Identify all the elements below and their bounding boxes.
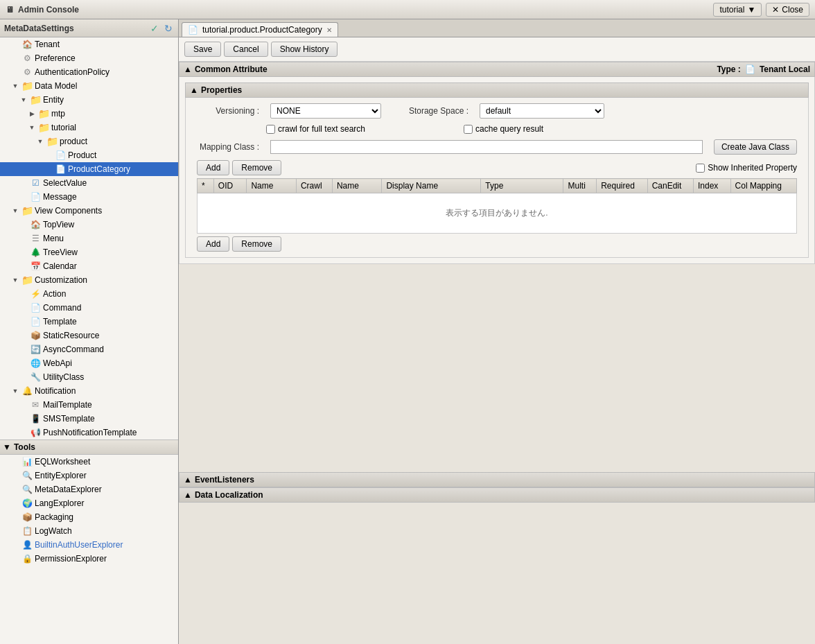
sidebar-item-log-watch[interactable]: 📋 LogWatch — [0, 524, 178, 538]
house-icon: 🏠 — [30, 219, 41, 230]
expand-arrow: ▶ — [28, 110, 36, 118]
add-button-2[interactable]: Add — [197, 236, 229, 252]
show-inherited-checkbox[interactable] — [696, 164, 705, 173]
sidebar-item-customization[interactable]: ▼ 📁 Customization — [0, 273, 178, 287]
sidebar-item-calendar[interactable]: 📅 Calendar — [0, 259, 178, 273]
cancel-button[interactable]: Cancel — [224, 42, 268, 57]
spacer — [19, 304, 28, 312]
spacer — [19, 415, 28, 423]
sidebar-item-entity[interactable]: ▼ 📁 Entity — [0, 93, 178, 107]
sidebar-item-top-view[interactable]: 🏠 TopView — [0, 218, 178, 232]
col-header-type: Type — [481, 179, 563, 193]
show-history-button[interactable]: Show History — [271, 42, 338, 57]
gear-icon: ⚙ — [21, 67, 33, 78]
sidebar-item-product-category[interactable]: 📄 ProductCategory — [0, 162, 178, 176]
sidebar-item-menu[interactable]: ☰ Menu — [0, 232, 178, 245]
sidebar-item-action[interactable]: ⚡ Action — [0, 287, 178, 301]
sidebar-item-mail-template[interactable]: ✉ MailTemplate — [0, 398, 178, 412]
sidebar-item-permission-explorer[interactable]: 🔒 PermissionExplorer — [0, 552, 178, 566]
sidebar-item-label: PushNotificationTemplate — [43, 428, 137, 437]
sidebar-item-mtp[interactable]: ▶ 📁 mtp — [0, 107, 178, 121]
sidebar-item-label: EntityExplorer — [35, 471, 87, 480]
sidebar-item-notification[interactable]: ▼ 🔔 Notification — [0, 384, 178, 398]
data-localization-header[interactable]: ▲ Data Localization — [179, 487, 815, 503]
sidebar-item-async-command[interactable]: 🔄 AsyncCommand — [0, 342, 178, 356]
sidebar-item-tenant[interactable]: 🏠 Tenant — [0, 37, 178, 51]
close-button[interactable]: ✕ Close — [766, 3, 809, 17]
remove-button-2[interactable]: Remove — [232, 236, 281, 252]
sidebar-item-template[interactable]: 📄 Template — [0, 315, 178, 329]
user-dropdown[interactable]: tutorial ▼ — [713, 3, 762, 17]
sidebar-item-packaging[interactable]: 📦 Packaging — [0, 510, 178, 524]
mapping-class-input[interactable] — [270, 140, 703, 154]
sidebar-item-utility-class[interactable]: 🔧 UtilityClass — [0, 370, 178, 384]
sidebar-item-lang-explorer[interactable]: 🌍 LangExplorer — [0, 496, 178, 510]
data-localization-title: Data Localization — [195, 490, 263, 500]
save-button[interactable]: Save — [184, 42, 221, 57]
spacer — [19, 359, 28, 367]
expand-arrow: ▼ — [11, 276, 19, 284]
sidebar-item-tree-view[interactable]: 🌲 TreeView — [0, 245, 178, 259]
col-header-oid: OID — [213, 179, 247, 193]
sidebar-item-tutorial[interactable]: ▼ 📁 tutorial — [0, 121, 178, 134]
sidebar-item-message[interactable]: 📄 Message — [0, 190, 178, 204]
sidebar-item-auth-policy[interactable]: ⚙ AuthenticationPolicy — [0, 65, 178, 79]
eql-icon: 📊 — [21, 456, 33, 467]
tools-items: 📊 EQLWorksheet 🔍 EntityExplorer 🔍 MetaDa… — [0, 455, 178, 566]
sidebar-item-static-resource[interactable]: 📦 StaticResource — [0, 329, 178, 342]
folder-icon: 📁 — [46, 136, 58, 147]
sidebar-item-label: product — [60, 137, 87, 146]
sidebar-item-label: Data Model — [35, 81, 77, 91]
sidebar-item-product[interactable]: 📄 Product — [0, 148, 178, 162]
sidebar-item-label: Product — [68, 150, 96, 160]
common-attribute-header[interactable]: ▲ Common Attribute Type : 📄 Tenant Local — [179, 62, 815, 77]
crawl-checkbox-label[interactable]: crawl for full text search — [266, 124, 365, 134]
tab-product-category[interactable]: 📄 tutorial.product.ProductCategory ✕ — [182, 22, 338, 37]
tools-section-header[interactable]: ▼ Tools — [0, 440, 178, 455]
sidebar-item-label: Preference — [35, 53, 76, 63]
accept-icon[interactable]: ✓ — [149, 23, 160, 34]
spacer — [44, 151, 53, 159]
sidebar-item-eql-worksheet[interactable]: 📊 EQLWorksheet — [0, 455, 178, 469]
sidebar-item-data-model[interactable]: ▼ 📁 Data Model — [0, 79, 178, 93]
show-inherited-label: Show Inherited Property — [708, 163, 797, 173]
tab-close-button[interactable]: ✕ — [326, 26, 332, 34]
sidebar-item-command[interactable]: 📄 Command — [0, 301, 178, 315]
create-java-class-button[interactable]: Create Java Class — [714, 139, 797, 155]
sidebar-item-view-components[interactable]: ▼ 📁 View Components — [0, 204, 178, 218]
sidebar-header: MetaDataSettings ✓ ↻ — [0, 19, 178, 37]
sidebar-item-builtin-auth[interactable]: 👤 BuiltinAuthUserExplorer — [0, 538, 178, 552]
storage-space-select[interactable]: default — [480, 103, 604, 119]
sidebar-item-entity-explorer[interactable]: 🔍 EntityExplorer — [0, 469, 178, 482]
remove-button[interactable]: Remove — [232, 160, 281, 175]
crawl-checkbox[interactable] — [266, 125, 275, 134]
versioning-select[interactable]: NONE NUMBER TIMESTAMP — [270, 103, 381, 119]
sidebar-item-select-value[interactable]: ☑ SelectValue — [0, 176, 178, 190]
close-label: Close — [782, 5, 803, 15]
action-icon: ⚡ — [30, 288, 41, 299]
sidebar-item-sms-template[interactable]: 📱 SMSTemplate — [0, 412, 178, 426]
app-title-icon: 🖥 — [6, 5, 14, 15]
event-listeners-title: EventListeners — [195, 475, 254, 485]
col-header-required: Required — [597, 179, 648, 193]
sidebar-item-label: StaticResource — [43, 331, 99, 340]
sidebar-item-web-api[interactable]: 🌐 WebApi — [0, 356, 178, 370]
sidebar-item-label: LogWatch — [35, 526, 72, 536]
folder-icon: 📁 — [38, 122, 49, 133]
add-button[interactable]: Add — [197, 160, 229, 175]
push-icon: 📢 — [30, 427, 41, 438]
cache-query-checkbox-label[interactable]: cache query result — [464, 124, 543, 134]
properties-header[interactable]: ▲ Properties — [185, 82, 809, 98]
sidebar-header-title: MetaDataSettings — [4, 24, 74, 33]
spacer — [19, 193, 28, 201]
tools-header-label: Tools — [14, 442, 35, 452]
sidebar-item-preference[interactable]: ⚙ Preference — [0, 51, 178, 65]
sidebar-item-label: BuiltinAuthUserExplorer — [35, 540, 123, 550]
collapse-arrow-icon: ▲ — [184, 490, 192, 500]
cache-query-checkbox[interactable] — [464, 125, 473, 134]
sidebar-item-product-folder[interactable]: ▼ 📁 product — [0, 134, 178, 148]
event-listeners-header[interactable]: ▲ EventListeners — [179, 472, 815, 487]
sidebar-item-push-notification[interactable]: 📢 PushNotificationTemplate — [0, 426, 178, 440]
refresh-icon[interactable]: ↻ — [163, 23, 174, 34]
sidebar-item-meta-data-explorer[interactable]: 🔍 MetaDataExplorer — [0, 482, 178, 496]
